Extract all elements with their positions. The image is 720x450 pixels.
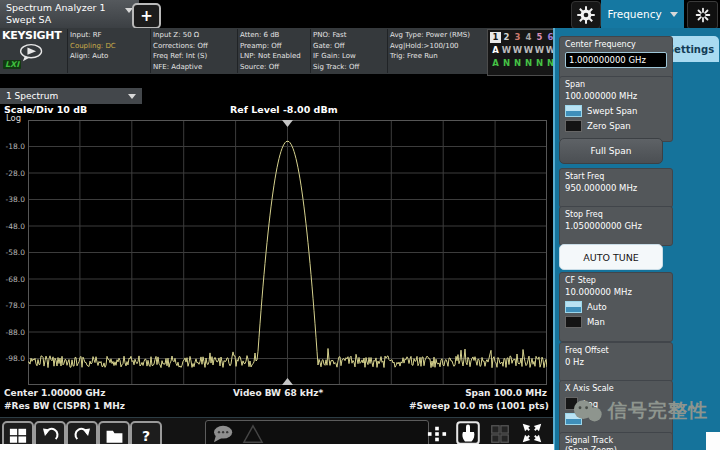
system-settings-button[interactable]	[571, 1, 601, 29]
status-line: NFE: Adaptive	[153, 62, 208, 73]
node-layout-button[interactable]	[424, 422, 450, 445]
cf-step-auto-label: Auto	[587, 302, 607, 312]
menu-mode-dropdown[interactable]: Frequency	[601, 0, 684, 28]
chat-messages-icon	[212, 424, 236, 444]
gear-icon	[576, 5, 596, 25]
signal-track-sublabel: (Span Zoom)	[565, 446, 667, 450]
stop-freq-control[interactable]: Stop Freq 1.050000000 GHz	[559, 206, 673, 246]
freq-offset-label: Freq Offset	[565, 346, 667, 356]
busy-indicator	[687, 1, 718, 29]
spinner-icon	[694, 6, 712, 24]
trace-cell: 4	[523, 32, 534, 43]
radio-unselected-indicator	[565, 120, 582, 132]
status-line: IF Gain: Low	[313, 51, 359, 62]
trace-cell: W	[501, 45, 512, 56]
divider	[387, 29, 388, 73]
freq-offset-control[interactable]: Freq Offset 0 Hz	[559, 342, 673, 382]
trace-detector-row: A N N N N N	[490, 57, 556, 70]
redo-icon	[73, 426, 92, 445]
status-column-impedance: Input Z: 50 Ω Corrections: Off Freq Ref:…	[153, 30, 208, 72]
zero-span-option[interactable]: Zero Span	[565, 120, 667, 132]
menu-mode-label: Frequency	[607, 8, 661, 20]
status-line: Source: Off	[240, 62, 301, 73]
status-column-pno: PNO: Fast Gate: Off IF Gain: Low Sig Tra…	[313, 30, 359, 72]
status-line: Coupling: DC	[70, 41, 116, 52]
signal-track-label: Signal Track	[565, 436, 667, 446]
touch-mode-button[interactable]	[453, 420, 483, 446]
full-span-label: Full Span	[591, 146, 632, 156]
status-line: Input: RF	[70, 30, 116, 41]
span-value: 100.000000 MHz	[565, 91, 667, 102]
span-annotation[interactable]: Span 100.0 MHz	[439, 388, 547, 398]
node-layout-icon	[425, 424, 449, 444]
video-bw-annotation[interactable]: Video BW 68 kHz*	[233, 388, 323, 398]
status-column-avg: Avg Type: Power (RMS) Avg|Hold:>100/100 …	[390, 30, 470, 62]
signal-track-control[interactable]: Signal Track (Span Zoom)	[559, 432, 673, 450]
trace-type-row: A W W W W W	[490, 44, 556, 57]
full-span-button[interactable]: Full Span	[559, 138, 663, 164]
trace-status-table[interactable]: 1 2 3 4 5 6 A W W W W W A N N N N N	[487, 29, 559, 76]
center-frequency-control[interactable]: Center Frequency 1.000000000 GHz	[559, 36, 673, 80]
y-axis-tick-label: -98.0	[0, 354, 25, 363]
trace-cell: W	[534, 45, 545, 56]
plus-icon: +	[140, 9, 153, 24]
divider	[150, 29, 151, 73]
x-axis-scale-label: X Axis Scale	[565, 384, 667, 394]
add-tab-button[interactable]: +	[132, 3, 161, 29]
status-line: Atten: 6 dB	[240, 30, 301, 41]
center-frequency-value[interactable]: 1.000000000 GHz	[565, 52, 667, 68]
alert-triangle-icon	[242, 424, 264, 444]
fullscreen-button[interactable]	[516, 420, 548, 446]
span-label: Span	[565, 80, 667, 90]
status-line: Preamp: Off	[240, 41, 301, 52]
ref-level-annotation[interactable]: Ref Level -8.00 dBm	[230, 104, 338, 115]
watermark-text: 信号完整性	[608, 398, 708, 424]
swept-span-option[interactable]: Swept Span	[565, 105, 667, 117]
spectrum-plot-area[interactable]	[28, 120, 547, 385]
cf-step-control[interactable]: CF Step 10.000000 MHz Auto Man	[559, 272, 673, 342]
divider	[237, 29, 238, 73]
stop-freq-value: 1.050000000 GHz	[565, 221, 667, 232]
window-grid-button[interactable]	[487, 422, 512, 445]
zero-span-label: Zero Span	[587, 121, 631, 131]
trace-cell: W	[512, 45, 523, 56]
divider	[67, 29, 68, 73]
undo-icon	[41, 426, 60, 445]
question-mark-icon: ?	[142, 428, 150, 444]
span-control[interactable]: Span 100.000000 MHz Swept Span Zero Span	[559, 76, 673, 142]
status-line: Avg Type: Power (RMS)	[390, 30, 470, 41]
trace-cell: W	[523, 45, 534, 56]
status-column-atten: Atten: 6 dB Preamp: Off LNP: Not Enabled…	[240, 30, 301, 72]
cf-step-auto-option[interactable]: Auto	[565, 301, 667, 313]
y-axis-tick-label: -38.0	[0, 195, 25, 204]
auto-tune-button[interactable]: AUTO TUNE	[559, 244, 663, 270]
page-background-strip	[0, 444, 554, 450]
y-axis-tick-label: -88.0	[0, 328, 25, 337]
y-axis-tick-label: -18.0	[0, 142, 25, 151]
folder-icon	[105, 428, 124, 444]
wechat-icon	[572, 399, 604, 424]
y-axis-tick-label: -28.0	[0, 169, 25, 178]
app-title: Spectrum Analyzer 1	[6, 2, 133, 14]
start-freq-control[interactable]: Start Freq 950.000000 MHz	[559, 168, 673, 208]
radio-selected-indicator	[565, 301, 582, 313]
graticule-grid	[28, 120, 547, 385]
status-line: Freq Ref: Int (S)	[153, 51, 208, 62]
frequency-menu-panel: Settings Center Frequency 1.000000000 GH…	[553, 28, 720, 450]
window-selector-tab[interactable]: 1 Spectrum	[0, 88, 142, 104]
trace-cell: 3	[512, 32, 523, 43]
auto-tune-label: AUTO TUNE	[583, 252, 639, 263]
status-line: Trig: Free Run	[390, 51, 470, 62]
radio-selected-indicator	[565, 105, 582, 117]
trace-cell: N	[512, 58, 523, 69]
center-freq-annotation[interactable]: Center 1.00000 GHz	[4, 388, 105, 398]
res-bw-annotation[interactable]: #Res BW (CISPR) 1 MHz	[4, 401, 125, 411]
status-line: Sig Track: Off	[313, 62, 359, 73]
cf-step-man-option[interactable]: Man	[565, 316, 667, 328]
status-line: LNP: Not Enabled	[240, 51, 301, 62]
trace-cell: 1	[490, 32, 501, 43]
status-line: Avg|Hold:>100/100	[390, 41, 470, 52]
y-axis-tick-label: -78.0	[0, 301, 25, 310]
cf-step-value: 10.000000 MHz	[565, 287, 667, 298]
sweep-annotation[interactable]: #Sweep 10.0 ms (1001 pts)	[409, 401, 547, 411]
